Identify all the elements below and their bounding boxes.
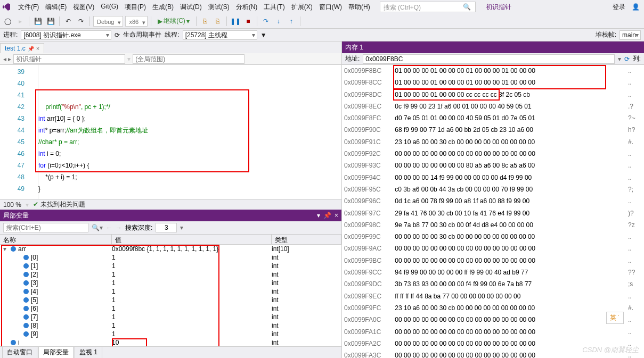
save-icon[interactable]: 💾 bbox=[32, 16, 43, 27]
window-close-icon[interactable]: × bbox=[335, 212, 338, 219]
tab-auto[interactable]: 自动窗口 bbox=[2, 346, 37, 358]
pause-icon[interactable]: ❚❚ bbox=[230, 16, 241, 27]
locals-row[interactable]: [2]1int bbox=[0, 270, 341, 279]
step-over-icon[interactable]: ↷ bbox=[260, 16, 271, 27]
locals-row[interactable]: [8]1int bbox=[0, 321, 341, 330]
menu-item[interactable]: 生成(B) bbox=[149, 1, 177, 14]
locals-search-input[interactable] bbox=[3, 223, 88, 232]
locals-row[interactable]: ▾arr0x0099f8bc {1, 1, 1, 1, 1, 1, 1, 1, … bbox=[0, 245, 341, 253]
filter-icon[interactable]: ▼ bbox=[260, 31, 267, 39]
ime-indicator: 英 ˙ bbox=[606, 312, 624, 324]
save-all-icon[interactable]: 💾 bbox=[45, 16, 56, 27]
search-icon: 🔍 bbox=[463, 3, 471, 11]
nav-back-icon[interactable]: ← bbox=[106, 224, 112, 231]
memory-row: 0x0099F94C 00 00 00 00 14 f9 99 00 00 00… bbox=[342, 172, 644, 184]
locals-columns: 名称 值 类型 bbox=[0, 234, 341, 245]
locals-row[interactable]: [7]1int bbox=[0, 313, 341, 321]
menu-item[interactable]: 测试(S) bbox=[205, 1, 233, 14]
locals-row[interactable]: [3]1int bbox=[0, 279, 341, 287]
menu-item[interactable]: 文件(F) bbox=[15, 1, 42, 14]
window-pin-icon[interactable]: 📌 bbox=[323, 212, 331, 219]
menu-item[interactable]: Git(G) bbox=[97, 1, 121, 14]
locals-header: 局部变量 ▾📌× bbox=[0, 210, 341, 221]
memory-row: 0x0099F90C 68 f9 99 00 77 1d a6 00 bb 2d… bbox=[342, 124, 644, 136]
zoom-level[interactable]: 100 % bbox=[3, 201, 21, 209]
member-combo[interactable]: (全局范围) bbox=[133, 54, 244, 64]
memory-row: 0x0099F9FC 23 10 a6 00 00 30 cb 00 00 00… bbox=[342, 302, 644, 314]
menu-item[interactable]: 扩展(X) bbox=[288, 1, 316, 14]
locals-row[interactable]: [0]1int bbox=[0, 253, 341, 262]
debug-icon-2[interactable]: ⎘ bbox=[213, 16, 223, 27]
memory-row: 0x0099FA3C 00 00 00 00 00 00 00 00 00 00… bbox=[342, 349, 644, 358]
config-combo[interactable]: Debug bbox=[93, 16, 123, 27]
login-link[interactable]: 登录 bbox=[608, 1, 630, 14]
memory-row: 0x0099F8FC d0 7e 05 01 01 00 00 00 40 59… bbox=[342, 112, 644, 124]
redo-icon[interactable]: ↷ bbox=[76, 16, 86, 27]
navbar-arrows[interactable]: ◂ ▸ bbox=[3, 55, 11, 63]
menu-item[interactable]: 视图(V) bbox=[70, 1, 97, 14]
continue-button[interactable]: 继续(C) ▾ bbox=[154, 16, 193, 26]
code-editor[interactable]: 3940414243444546474849 printf("%p\n", pc… bbox=[0, 65, 341, 199]
menu-item[interactable]: 窗口(W) bbox=[316, 1, 345, 14]
locals-body[interactable]: ▾arr0x0099f8bc {1, 1, 1, 1, 1, 1, 1, 1, … bbox=[0, 245, 341, 346]
memory-row: 0x0099F8BC 01 00 00 00 01 00 00 00 01 00… bbox=[342, 65, 644, 77]
undo-icon[interactable]: ↶ bbox=[63, 16, 74, 27]
menu-item[interactable]: 工具(T) bbox=[260, 1, 288, 14]
thread-combo[interactable]: [25728] 主线程 bbox=[183, 30, 257, 40]
depth-combo[interactable]: 3 bbox=[156, 223, 177, 232]
back-icon[interactable]: ◯ bbox=[2, 16, 13, 27]
locals-row[interactable]: [5]1int bbox=[0, 296, 341, 304]
close-tab-icon[interactable]: × bbox=[36, 45, 39, 52]
search-box[interactable]: 搜索 (Ctrl+Q) bbox=[380, 2, 476, 12]
editor-statusline: 100 % ▾ 未找到相关问题 bbox=[0, 199, 341, 210]
search-dropdown-icon[interactable]: 🔍▾ bbox=[92, 224, 103, 231]
tab-watch[interactable]: 监视 1 bbox=[75, 346, 102, 358]
step-into-icon[interactable]: ↓ bbox=[273, 16, 284, 27]
memory-addressbar: 地址: ▾ ⟳ 列: bbox=[342, 53, 644, 65]
forward-icon[interactable]: ▸ bbox=[15, 16, 26, 27]
locals-row[interactable]: [6]1int bbox=[0, 304, 341, 313]
refresh-icon[interactable]: ⟳ bbox=[624, 55, 630, 63]
addr-dropdown-icon[interactable]: ▾ bbox=[618, 55, 621, 63]
menu-item[interactable]: 项目(P) bbox=[121, 1, 149, 14]
memory-row: 0x0099FA2C 00 00 00 00 00 00 00 00 00 00… bbox=[342, 338, 644, 349]
memory-row: 0x0099F93C 00 00 00 00 00 00 00 00 80 a5… bbox=[342, 160, 644, 171]
memory-row: 0x0099F9EC ff ff ff ff 44 8a ba 77 00 00… bbox=[342, 290, 644, 302]
memory-row: 0x0099F8CC 01 00 00 00 01 00 00 00 01 00… bbox=[342, 77, 644, 88]
platform-combo[interactable]: x86 bbox=[125, 16, 148, 27]
locals-row[interactable]: [1]1int bbox=[0, 262, 341, 270]
memory-row: 0x0099F8DC 01 00 00 00 01 00 00 00 cc cc… bbox=[342, 89, 644, 101]
col-type[interactable]: 类型 bbox=[272, 235, 341, 244]
stackframe-combo[interactable]: main bbox=[619, 30, 641, 40]
memory-row: 0x0099F91C 23 10 a6 00 00 30 cb 00 00 00… bbox=[342, 136, 644, 148]
window-dropdown-icon[interactable]: ▾ bbox=[317, 212, 320, 219]
menu-item[interactable]: 调试(D) bbox=[177, 1, 205, 14]
locals-title: 局部变量 bbox=[3, 211, 29, 220]
thread-label: 线程: bbox=[165, 30, 179, 39]
menu-item[interactable]: 帮助(H) bbox=[345, 1, 373, 14]
debug-icon-1[interactable]: ⎘ bbox=[200, 16, 210, 27]
locals-toolbar: 🔍▾ ← → 搜索深度: 3 ▾ bbox=[0, 221, 341, 234]
process-combo[interactable]: [6008] 初识指针.exe bbox=[21, 30, 111, 40]
memory-row: 0x0099F96C 0d 1c a6 00 78 f9 99 00 a8 1f… bbox=[342, 195, 644, 207]
locals-row[interactable]: [4]1int bbox=[0, 287, 341, 296]
file-tab[interactable]: test 1.c 📌 × bbox=[0, 43, 44, 53]
col-name[interactable]: 名称 bbox=[0, 235, 112, 244]
locals-row[interactable]: [9]1int bbox=[0, 330, 341, 338]
nav-fwd-icon[interactable]: → bbox=[116, 224, 122, 231]
tab-locals[interactable]: 局部变量 bbox=[38, 346, 74, 358]
user-icon[interactable]: 👤 bbox=[632, 3, 640, 11]
locals-row[interactable]: i10int bbox=[0, 338, 341, 346]
pin-icon[interactable]: 📌 bbox=[28, 46, 34, 52]
memory-title: 内存 1 bbox=[345, 43, 363, 52]
col-value[interactable]: 值 bbox=[112, 235, 272, 244]
stop-icon[interactable]: ■ bbox=[243, 16, 254, 27]
memory-body[interactable]: 0x0099F8BC 01 00 00 00 01 00 00 00 01 00… bbox=[342, 65, 644, 358]
addr-input[interactable] bbox=[363, 54, 614, 64]
step-out-icon[interactable]: ↑ bbox=[286, 16, 297, 27]
issues-status[interactable]: 未找到相关问题 bbox=[33, 200, 85, 209]
menu-item[interactable]: 编辑(E) bbox=[42, 1, 70, 14]
menu-item[interactable]: 分析(N) bbox=[233, 1, 261, 14]
scope-combo[interactable]: 初识指针 bbox=[13, 54, 125, 64]
lifecycle-icon[interactable]: ⟳ bbox=[115, 31, 120, 39]
